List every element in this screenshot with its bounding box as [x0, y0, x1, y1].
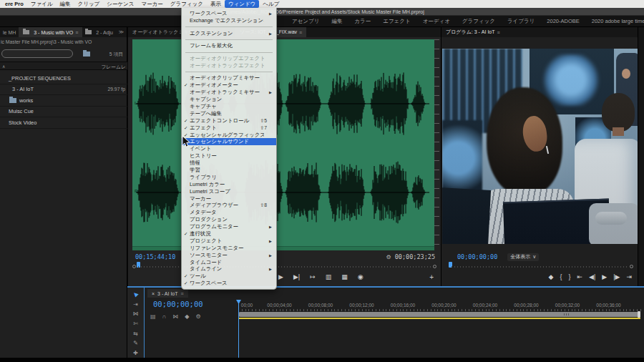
step-forward-button[interactable]: |▶	[613, 273, 620, 280]
bin-tab-right[interactable]: 2 - Adju	[82, 30, 116, 35]
hand-tool[interactable]: ✚	[130, 348, 142, 358]
nest-sequence-icon[interactable]: ▤	[150, 313, 156, 320]
menu-item[interactable]: オーディオクリップミキサー	[182, 74, 276, 82]
menu-item[interactable]: オーディオクリップエフェクトエディター	[182, 55, 276, 62]
menu-bar-item[interactable]: 編集	[57, 0, 74, 8]
menu-bar-item[interactable]: ヘルプ	[259, 0, 283, 8]
zoom-level-select[interactable]: 全体表示 ∨	[507, 253, 539, 261]
project-tab-fragment[interactable]: le MH	[0, 30, 19, 35]
menu-item[interactable]: ✓ 進行状況	[182, 230, 276, 238]
menu-item[interactable]: ✓ エフェクト ⇧7	[182, 124, 276, 132]
menu-item[interactable]: リファレンスモニター	[182, 245, 276, 252]
button-editor-plus[interactable]: +	[429, 273, 434, 281]
menu-item[interactable]: ライブラリ	[182, 174, 276, 181]
snap-icon[interactable]: ∩	[162, 313, 167, 320]
menu-bar-item[interactable]: ere Pro	[1, 0, 27, 8]
menu-item[interactable]: プログラムモニター ▶	[182, 223, 276, 230]
menu-item[interactable]	[185, 26, 273, 27]
menu-item[interactable]: メタデータ	[182, 209, 276, 216]
workspace-tab[interactable]: 2020 adobe large timeline	[592, 18, 644, 25]
menu-item[interactable]: メディアブラウザー ⇧8	[182, 202, 276, 210]
workspace-tab[interactable]: アセンブリ	[292, 18, 319, 25]
timeline-timecode[interactable]: 00;00;00;00	[153, 300, 203, 308]
menu-item[interactable]: Lumetri スコープ	[182, 188, 276, 195]
menu-item[interactable]	[185, 72, 273, 72]
zoom-handle-right[interactable]	[630, 265, 633, 268]
close-icon[interactable]: ×	[152, 291, 155, 296]
menu-item[interactable]: フレームを最大化	[182, 42, 276, 49]
menu-item[interactable]: キャプチャ	[182, 103, 276, 110]
menu-item[interactable]: プロジェクト ▶	[182, 238, 276, 245]
menu-bar-item[interactable]: マーカー	[137, 0, 166, 8]
menu-item[interactable]: ヒストリー	[182, 152, 276, 160]
menu-bar-item[interactable]: ファイル	[27, 0, 57, 8]
slip-tool[interactable]: ⇆	[130, 329, 142, 338]
overwrite-button[interactable]: ▦	[341, 273, 348, 280]
step-forward-button[interactable]: ▶|	[293, 273, 300, 280]
menu-item[interactable]: エッセンシャルサウンド	[182, 138, 276, 145]
ripple-edit-tool[interactable]: ⋈	[130, 309, 142, 318]
3 - AI IoT[interactable]: 3 - AI IoT 29.97 fp	[0, 84, 127, 96]
menu-bar-item[interactable]: クリップ	[74, 0, 104, 8]
Muisc Cue[interactable]: Muisc Cue	[0, 107, 127, 118]
menu-item[interactable]: Lumetri カラー	[182, 181, 276, 188]
menu-item[interactable]: タイムライン ▶	[182, 266, 276, 273]
add-marker-icon[interactable]: ◆	[185, 313, 189, 320]
menu-item[interactable]	[185, 52, 273, 53]
program-video-frame[interactable]	[442, 49, 638, 244]
menu-item[interactable]: オーディオトラックエフェクトエディター	[182, 62, 276, 69]
program-scrubber[interactable]	[446, 263, 633, 270]
track-select-forward-tool[interactable]: ⇥	[130, 300, 142, 309]
insert-button[interactable]: ▥	[326, 273, 332, 280]
workspace-tab[interactable]: カラー	[354, 18, 371, 25]
menu-item[interactable]: Exchange でエクステンションを検索...	[182, 17, 276, 24]
mark-out-button[interactable]: }	[568, 273, 570, 280]
add-marker-button[interactable]: ◆	[549, 273, 554, 280]
menu-item[interactable]: プロダクション	[182, 216, 276, 223]
menu-item[interactable]: ✓ ワークスペース	[182, 280, 276, 287]
menu-item[interactable]	[185, 39, 273, 40]
menu-item[interactable]: タイムコード	[182, 259, 276, 266]
panel-menu-icon[interactable]: ≡	[497, 30, 500, 35]
menu-item[interactable]: キャプション	[182, 96, 276, 103]
goto-out-button[interactable]: ⇥	[626, 273, 632, 280]
bin-tab-active[interactable]: 3 - Music with VO ≡	[19, 27, 82, 37]
menu-item[interactable]: テープへ編集	[182, 110, 276, 117]
menu-bar-item[interactable]: グラフィック	[167, 0, 207, 8]
_PROJECT SEQUENCES[interactable]: _PROJECT SEQUENCES	[0, 73, 127, 84]
pen-tool[interactable]: ✎	[130, 339, 142, 348]
export-frame-button[interactable]: ◉	[358, 273, 364, 280]
mark-in-button[interactable]: {	[560, 273, 562, 280]
Stock Video[interactable]: Stock Video	[0, 117, 127, 129]
program-tab[interactable]: プログラム: 3 - AI IoT ≡	[441, 27, 504, 37]
menu-item[interactable]: 学習	[182, 167, 276, 174]
menu-bar-item[interactable]: 表示	[207, 0, 225, 8]
panel-menu-icon[interactable]: ≡	[181, 291, 184, 296]
new-bin-icon[interactable]	[83, 52, 90, 57]
workspace-tab[interactable]: エフェクト	[383, 18, 410, 25]
step-back-button[interactable]: ◀|	[589, 273, 595, 280]
workspace-tab[interactable]: 編集	[331, 18, 342, 25]
linked-selection-icon[interactable]: ⋈	[172, 313, 178, 320]
menu-item[interactable]: ✓ エッセンシャルグラフィックス	[182, 132, 276, 139]
menu-item[interactable]: 情報	[182, 160, 276, 167]
project-column-header[interactable]: ∧ フレームレ	[0, 62, 127, 70]
menu-item[interactable]: ✓ ツール	[182, 273, 276, 280]
source-scrubber[interactable]	[132, 263, 436, 270]
menu-item[interactable]: イベント	[182, 145, 276, 152]
menu-item[interactable]: ✓ オーディオメーター	[182, 82, 276, 89]
menu-item[interactable]: エクステンション ▶	[182, 30, 276, 37]
menu-item[interactable]: オーディオトラックミキサー ▶	[182, 89, 276, 96]
menu-bar-item[interactable]: シーケンス	[103, 0, 137, 8]
settings-wrench-icon[interactable]: ⚙	[386, 254, 391, 260]
play-button[interactable]: ▶	[602, 273, 607, 280]
workspace-tab[interactable]: グラフィック	[462, 18, 495, 25]
panel-menu-icon[interactable]: ≡	[299, 30, 302, 35]
zoom-handle-right[interactable]	[433, 265, 436, 268]
search-input[interactable]	[1, 49, 73, 58]
menu-item[interactable]: ソースモニター ▶	[182, 252, 276, 259]
waveform-display[interactable]: L R	[132, 39, 439, 250]
menu-item[interactable]: マーカー	[182, 195, 276, 202]
goto-out-button[interactable]: ↦	[310, 273, 316, 280]
play-button[interactable]: ▶	[278, 273, 283, 280]
